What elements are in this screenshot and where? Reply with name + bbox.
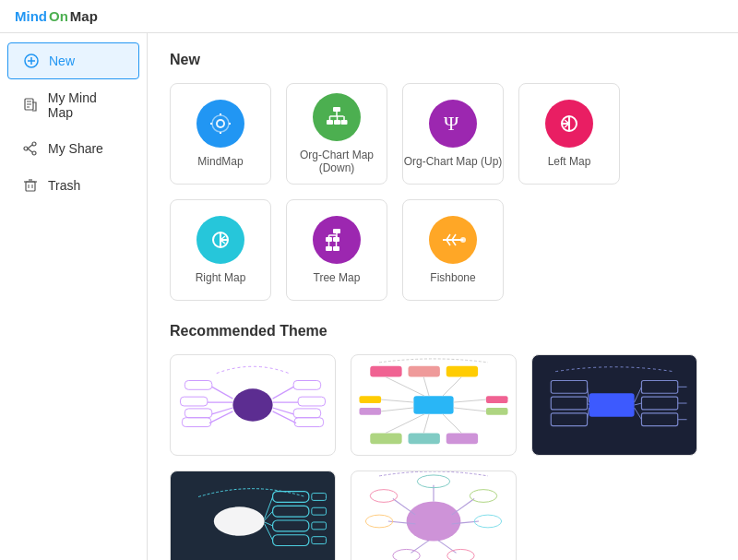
logo: Mind On Map [15,8,98,24]
svg-rect-91 [359,396,381,403]
svg-rect-114 [273,520,309,531]
theme-card-2[interactable] [351,354,517,456]
theme-card-4[interactable] [170,471,336,560]
svg-line-65 [273,411,297,423]
svg-line-10 [28,145,32,149]
themes-grid [170,354,716,560]
svg-rect-27 [341,120,348,125]
svg-line-58 [212,387,233,399]
svg-rect-123 [312,537,327,544]
svg-rect-88 [486,408,508,415]
svg-point-9 [24,147,28,150]
svg-rect-77 [446,366,478,377]
svg-rect-78 [370,433,401,444]
theme-card-5[interactable] [351,471,517,560]
svg-rect-113 [273,506,309,517]
treemap-label: Tree Map [314,271,361,284]
svg-rect-40 [333,229,340,233]
svg-line-94 [381,408,413,411]
sidebar-item-trash[interactable]: Trash [7,168,139,203]
svg-rect-122 [312,522,327,530]
svg-rect-80 [446,433,478,444]
svg-line-93 [381,399,413,402]
sidebar-item-my-mind-map[interactable]: My Mind Map [7,81,139,129]
svg-line-130 [411,541,429,554]
logo-on: On [49,8,68,24]
svg-line-126 [393,498,416,515]
svg-rect-12 [26,182,35,191]
svg-rect-120 [312,494,327,501]
svg-rect-97 [641,397,677,410]
orgdown-icon [313,93,361,141]
new-section: New [170,52,716,301]
svg-rect-25 [327,120,333,125]
leftmap-icon [545,100,593,148]
sidebar: New My Mind Map [0,33,148,560]
mindmap-label: MindMap [197,155,243,168]
svg-rect-96 [641,380,677,393]
map-card-fishbone[interactable]: Fishbone [402,199,504,301]
svg-point-138 [447,549,474,560]
svg-text:Ψ: Ψ [444,112,459,135]
recommended-section: Recommended Theme [170,323,716,560]
svg-rect-92 [359,408,381,415]
svg-rect-70 [184,380,211,389]
svg-rect-43 [326,246,332,251]
svg-line-90 [454,408,486,411]
map-card-orgup[interactable]: Ψ Org-Chart Map (Up) [402,83,504,185]
svg-rect-26 [334,120,340,125]
svg-line-61 [209,411,233,423]
logo-map: Map [70,8,98,24]
svg-rect-71 [180,397,207,406]
trash-icon [22,177,39,194]
recommended-section-title: Recommended Theme [170,323,716,340]
svg-line-131 [438,541,457,554]
svg-rect-102 [551,380,587,393]
svg-line-128 [452,498,475,515]
theme-preview-1 [171,355,335,455]
svg-rect-66 [293,380,320,389]
map-card-rightmap[interactable]: Right Map [170,199,271,301]
svg-line-82 [423,377,429,397]
theme-preview-2 [351,355,516,455]
map-card-mindmap[interactable]: MindMap [170,83,271,185]
svg-point-23 [218,121,223,126]
svg-line-101 [635,408,642,420]
svg-point-137 [393,549,420,560]
svg-line-99 [635,387,642,402]
orgup-label: Org-Chart Map (Up) [404,155,503,168]
svg-point-7 [32,142,36,146]
theme-card-1[interactable] [170,354,336,456]
sidebar-trash-label: Trash [48,178,80,193]
sidebar-my-share-label: My Share [48,141,103,156]
theme-preview-4 [171,471,335,560]
sidebar-item-my-share[interactable]: My Share [7,131,139,166]
logo-mind: Mind [15,8,47,24]
svg-point-8 [32,151,36,155]
svg-rect-68 [293,409,320,418]
svg-rect-79 [409,433,440,444]
svg-rect-112 [273,492,309,503]
svg-point-111 [214,506,265,535]
map-card-orgdown[interactable]: Org-Chart Map (Down) [286,83,387,185]
rightmap-label: Right Map [196,271,246,284]
svg-rect-72 [184,409,211,418]
svg-line-84 [386,414,424,434]
leftmap-label: Left Map [548,155,591,168]
svg-line-85 [423,414,429,434]
svg-rect-103 [551,397,587,410]
maps-grid: MindMap [170,83,716,301]
sidebar-item-new[interactable]: New [7,42,139,79]
svg-rect-73 [182,418,210,427]
svg-line-86 [443,414,462,434]
fishbone-label: Fishbone [430,271,475,284]
svg-rect-44 [333,246,339,251]
sidebar-new-label: New [49,54,75,68]
map-card-treemap[interactable]: Tree Map [286,199,387,301]
svg-line-118 [265,522,273,526]
svg-line-81 [386,377,424,397]
main-layout: New My Mind Map [0,33,738,560]
map-card-leftmap[interactable]: Left Map [518,83,620,185]
theme-card-3[interactable] [531,354,697,456]
svg-rect-121 [312,507,327,515]
